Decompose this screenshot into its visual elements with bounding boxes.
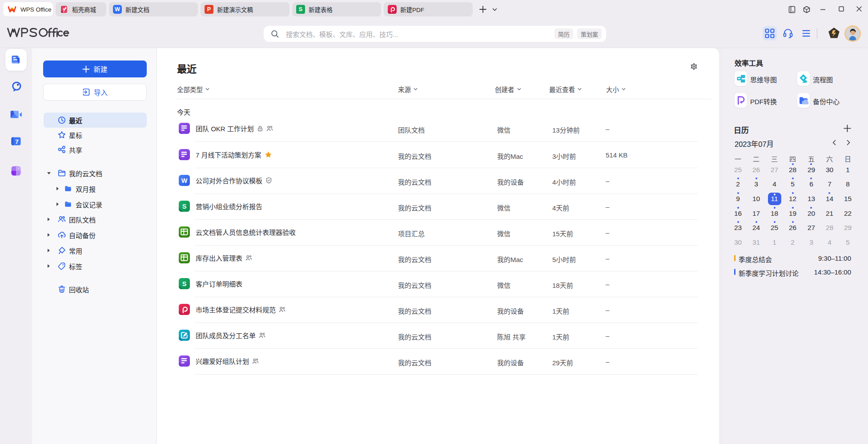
svg-text:7: 7 (15, 138, 19, 145)
